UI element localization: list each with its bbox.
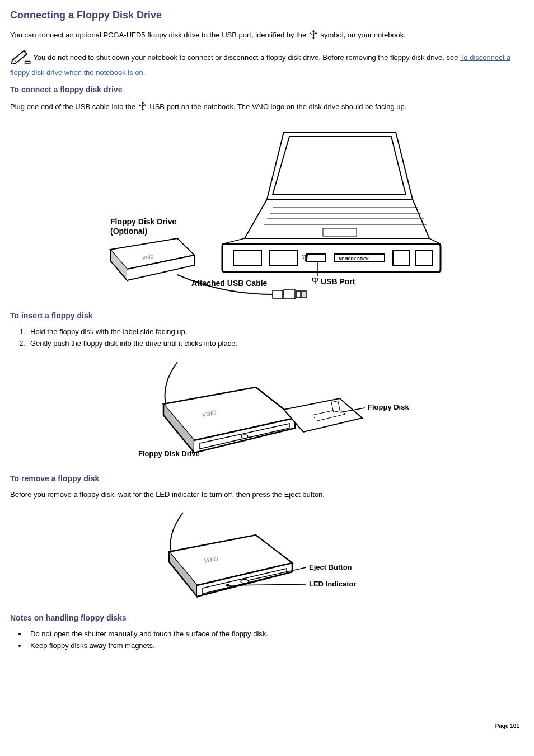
svg-text:LED Indicator: LED Indicator	[309, 580, 357, 588]
svg-rect-19	[296, 291, 301, 298]
note-text-after: .	[143, 68, 146, 77]
list-item: Keep floppy disks away from magnets.	[27, 641, 524, 651]
list-item: Do not open the shutter manually and tou…	[27, 629, 524, 639]
pencil-note-icon	[10, 49, 31, 67]
notes-heading: Notes on handling floppy disks	[10, 613, 524, 624]
list-item: Gently push the floppy disk into the dri…	[27, 339, 524, 349]
svg-point-34	[226, 584, 229, 586]
svg-text:Floppy Disk Drive: Floppy Disk Drive	[138, 449, 200, 458]
svg-rect-4	[323, 228, 357, 236]
svg-text:Ψ: Ψ	[302, 254, 308, 262]
svg-text:Ψ: Ψ	[312, 276, 318, 286]
svg-rect-17	[273, 290, 283, 298]
svg-text:MEMORY STICK: MEMORY STICK	[339, 257, 369, 261]
svg-point-33	[241, 579, 249, 583]
connect-heading: To connect a floppy disk drive	[10, 84, 524, 96]
insert-steps-list: Hold the floppy disk with the label side…	[27, 327, 524, 348]
usb-trident-icon	[308, 29, 318, 42]
intro-text-before: You can connect an optional PCGA-UFD5 fl…	[10, 31, 308, 39]
svg-rect-8	[306, 254, 325, 262]
svg-point-27	[241, 435, 248, 438]
usb-trident-icon	[138, 101, 148, 114]
figure-remove: vaio Eject Button LED Indicator	[10, 507, 524, 605]
svg-text:Eject Button: Eject Button	[309, 563, 352, 571]
intro-paragraph: You can connect an optional PCGA-UFD5 fl…	[10, 29, 524, 42]
page-number: Page 101	[495, 722, 519, 730]
svg-rect-7	[270, 251, 298, 265]
svg-rect-20	[302, 291, 306, 298]
note-paragraph: You do not need to shut down your notebo…	[10, 49, 524, 77]
svg-text:Attached USB Cable: Attached USB Cable	[191, 279, 268, 288]
svg-text:Floppy Disk: Floppy Disk	[368, 403, 409, 411]
figure-insert: vaio Floppy Disk Drive Floppy Disk	[10, 356, 524, 466]
note-text-before: You do not need to shut down your notebo…	[33, 53, 460, 62]
remove-heading: To remove a floppy disk	[10, 473, 524, 485]
connect-text-before: Plug one end of the USB cable into the	[10, 102, 138, 111]
svg-text:Floppy Disk Drive: Floppy Disk Drive	[110, 217, 176, 226]
insert-heading: To insert a floppy disk	[10, 311, 524, 322]
svg-rect-13	[415, 251, 432, 265]
remove-paragraph: Before you remove a floppy disk, wait fo…	[10, 490, 524, 500]
intro-text-after: symbol, on your notebook.	[320, 31, 405, 39]
list-item: Hold the floppy disk with the label side…	[27, 327, 524, 337]
svg-text:USB Port: USB Port	[321, 277, 355, 286]
svg-text:(Optional): (Optional)	[110, 227, 147, 236]
svg-rect-18	[284, 290, 295, 299]
figure-connect: Ψ MEMORY STICK vaio Floppy Disk Drive	[10, 121, 524, 303]
page-title: Connecting a Floppy Disk Drive	[10, 8, 524, 22]
svg-rect-12	[393, 251, 410, 265]
connect-paragraph: Plug one end of the USB cable into the U…	[10, 101, 524, 114]
connect-text-after: USB port on the notebook. The VAIO logo …	[149, 102, 406, 111]
notes-list: Do not open the shutter manually and tou…	[27, 629, 524, 650]
svg-rect-6	[233, 251, 261, 265]
